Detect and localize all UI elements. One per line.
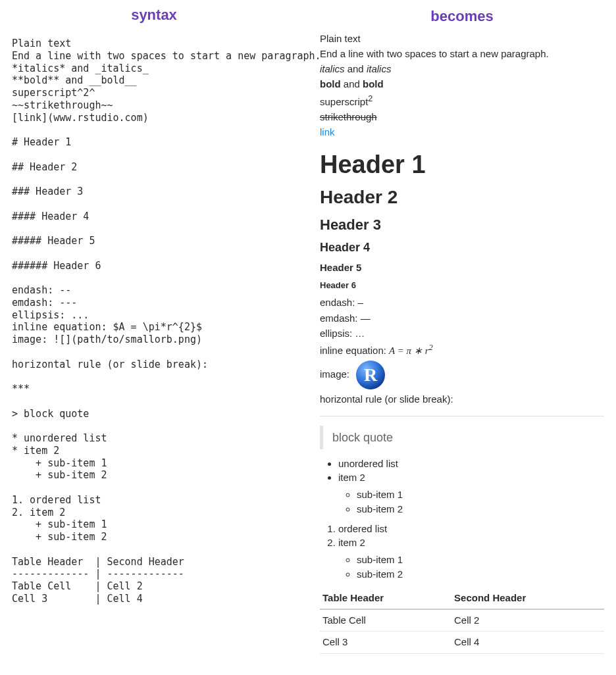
plain-text-line-2: End a line with two spaces to start a ne… [320, 47, 604, 61]
endash-line: endash: – [320, 296, 604, 309]
link[interactable]: link [320, 126, 335, 138]
blockquote: block quote [320, 426, 604, 449]
syntax-title: syntax [12, 0, 296, 28]
two-column-layout: syntax Plain text End a line with two sp… [0, 0, 616, 666]
table-header: Second Header [451, 588, 604, 609]
italics-word-2: italics [367, 63, 392, 74]
horizontal-rule [320, 416, 604, 416]
list-item: unordered list [338, 457, 604, 470]
header-5: Header 5 [320, 261, 604, 274]
plain-text-line-1: Plain text [320, 32, 604, 45]
table-cell: Cell 4 [451, 632, 604, 653]
table-row: Table Cell Cell 2 [320, 609, 604, 632]
unordered-list: unordered list item 2 sub-item 1 sub-ite… [320, 457, 604, 516]
list-item: sub-item 2 [357, 503, 604, 516]
hr-label-line: horizontal rule (or slide break): [320, 393, 604, 406]
ordered-list: ordered list item 2 sub-item 1 sub-item … [320, 522, 604, 581]
list-item: sub-item 2 [357, 568, 604, 581]
ordered-sublist: sub-item 1 sub-item 2 [338, 553, 604, 581]
equation: A = π ∗ r2 [389, 345, 433, 356]
strikethrough-line: strikethrough [320, 111, 604, 124]
emdash-line: emdash: — [320, 312, 604, 325]
syntax-code-block: Plain text End a line with two spaces to… [12, 38, 296, 605]
bold-word-2: bold [363, 78, 384, 89]
superscript-exponent: 2 [368, 94, 372, 103]
ellipsis-line: ellipsis: … [320, 327, 604, 340]
header-1: Header 1 [320, 148, 604, 182]
svg-text:R: R [364, 364, 378, 385]
bold-word-1: bold [320, 78, 341, 89]
table-header: Table Header [320, 588, 451, 609]
list-item: ordered list [338, 522, 604, 536]
link-line: link [320, 126, 604, 139]
italics-line: italics and italics [320, 63, 604, 76]
list-item: sub-item 1 [357, 553, 604, 566]
rendered-column: becomes Plain text End a line with two s… [308, 0, 616, 666]
table-cell: Cell 3 [320, 632, 451, 653]
table-row: Cell 3 Cell 4 [320, 632, 604, 653]
italics-word-1: italics [320, 63, 345, 74]
rendered-table: Table Header Second Header Table Cell Ce… [320, 588, 604, 654]
rendered-title: becomes [320, 0, 604, 30]
list-item: item 2 sub-item 1 sub-item 2 [338, 536, 604, 581]
header-4: Header 4 [320, 239, 604, 255]
header-2: Header 2 [320, 185, 604, 210]
table-cell: Table Cell [320, 609, 451, 632]
unordered-sublist: sub-item 1 sub-item 2 [338, 488, 604, 516]
syntax-column: syntax Plain text End a line with two sp… [0, 0, 308, 666]
superscript-line: superscript2 [320, 93, 604, 109]
r-logo-icon: R [355, 359, 386, 391]
header-6: Header 6 [320, 280, 604, 291]
table-cell: Cell 2 [451, 609, 604, 632]
list-item: item 2 sub-item 1 sub-item 2 [338, 471, 604, 516]
inline-equation-line: inline equation: A = π ∗ r2 [320, 342, 604, 357]
bold-line: bold and bold [320, 78, 604, 91]
list-item: sub-item 1 [357, 488, 604, 501]
image-line: image: R [320, 359, 604, 391]
header-3: Header 3 [320, 215, 604, 235]
